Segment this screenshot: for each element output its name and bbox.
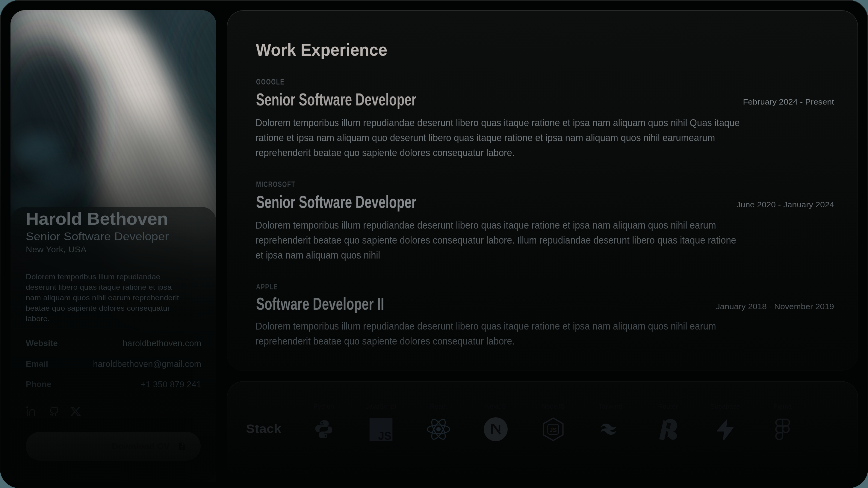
svg-text:JS: JS bbox=[378, 430, 392, 441]
svg-text:JS: JS bbox=[550, 427, 557, 433]
